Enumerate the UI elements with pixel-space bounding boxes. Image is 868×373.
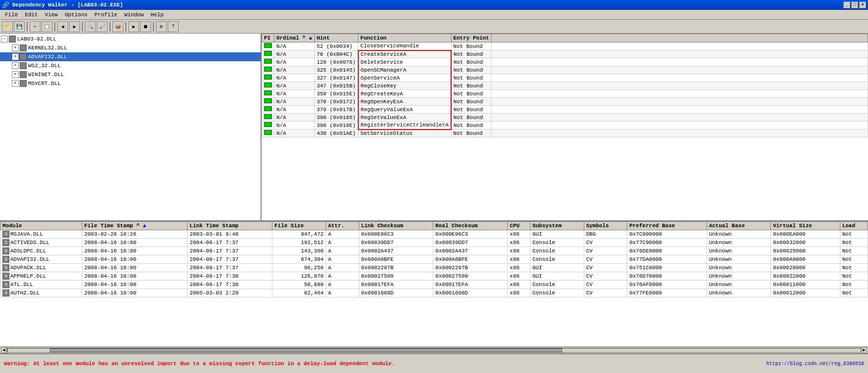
- module-col-8[interactable]: Subsystem: [530, 222, 584, 230]
- module-cell-2: 2004-08-17 7:37: [188, 255, 272, 264]
- module-col-9[interactable]: Symbols: [584, 222, 627, 230]
- scroll-right-btn[interactable]: ▶: [861, 347, 867, 353]
- module-row[interactable]: 3AUTHZ.DLL2008-04-16 10:002005-03-03 2:2…: [0, 289, 868, 297]
- import-row[interactable]: N/A347 (0x015B)RegCloseKeyNot Bound: [262, 82, 868, 90]
- tree-item-msvcrt[interactable]: + MSVCRT.DLL: [0, 79, 261, 88]
- import-ordinal: N/A: [274, 82, 315, 90]
- module-row[interactable]: 3ATL.DLL2008-04-16 10:002004-08-17 7:385…: [0, 281, 868, 289]
- import-panel: PI Ordinal ^ ▲ Hint Function Entry Point…: [262, 34, 868, 220]
- tree-expand-ws232[interactable]: +: [12, 62, 19, 69]
- module-cell-10: 0x77FE0000: [627, 289, 707, 297]
- import-col-function[interactable]: Function: [358, 34, 451, 42]
- module-name: ATL.DLL: [10, 282, 33, 288]
- import-row[interactable]: N/A76 (0x004C)CreateServiceANot Bound: [262, 50, 868, 58]
- toolbar-cut[interactable]: ✂: [30, 21, 40, 32]
- toolbar-save[interactable]: 💾: [14, 21, 25, 32]
- import-row[interactable]: N/A52 (0x0034)CloseServiceHandleNot Boun…: [262, 42, 868, 50]
- toolbar-search[interactable]: 🔍: [85, 21, 96, 32]
- import-extra: [491, 90, 868, 98]
- toolbar-fwd[interactable]: ▶: [69, 21, 80, 32]
- module-col-3[interactable]: File Size: [272, 222, 326, 230]
- menu-window[interactable]: Window: [121, 11, 147, 19]
- module-cell-10: 0x76D70000: [627, 272, 707, 281]
- import-row[interactable]: N/A379 (0x017B)RegQueryValueExANot Bound: [262, 106, 868, 114]
- tree-item-wininet[interactable]: + WININET.DLL: [0, 70, 261, 79]
- scrollbar-thumb[interactable]: [50, 348, 562, 352]
- tree-expand-wininet[interactable]: +: [12, 71, 19, 78]
- import-table-scroll[interactable]: PI Ordinal ^ ▲ Hint Function Entry Point…: [262, 34, 868, 220]
- toolbar-run[interactable]: ▶: [128, 21, 139, 32]
- module-row[interactable]: 3APPHELP.DLL2008-04-16 10:002004-08-17 7…: [0, 272, 868, 281]
- module-icon: 3: [2, 281, 9, 288]
- menu-profile[interactable]: Profile: [91, 11, 120, 19]
- module-col-5[interactable]: Link Checksum: [359, 222, 433, 230]
- module-row[interactable]: 3ACTIVEDS.DLL2008-04-16 10:002004-08-17 …: [0, 239, 868, 247]
- import-row[interactable]: N/A350 (0x015E)RegCreateKeyANot Bound: [262, 90, 868, 98]
- toolbar-find[interactable]: 🔎: [97, 21, 108, 32]
- toolbar-open[interactable]: 📂: [2, 21, 13, 32]
- menu-edit[interactable]: Edit: [22, 11, 40, 19]
- scroll-left-btn[interactable]: ◀: [1, 347, 7, 353]
- import-col-entrypoint[interactable]: Entry Point: [451, 34, 491, 42]
- menu-file[interactable]: File: [2, 11, 21, 19]
- toolbar-copy[interactable]: 📋: [41, 21, 52, 32]
- toolbar-help2[interactable]: ?: [168, 21, 179, 32]
- tree-item-ws232[interactable]: + WS2_32.DLL: [0, 61, 261, 70]
- menu-options[interactable]: Options: [62, 11, 90, 19]
- module-cell-7: x86: [508, 247, 530, 255]
- tree-expand-advapi32[interactable]: +: [12, 53, 19, 60]
- close-button[interactable]: ×: [859, 1, 866, 8]
- import-col-pi[interactable]: PI: [262, 34, 274, 42]
- tree-expand-root[interactable]: −: [1, 36, 8, 42]
- import-row[interactable]: N/A430 (0x01AE)SetServiceStatusNot Bound: [262, 129, 868, 137]
- module-cell-5: 0x00039DD7: [359, 239, 433, 247]
- import-col-hint[interactable]: Hint: [314, 34, 358, 42]
- tree-item-kernel32[interactable]: + KERNEL32.DLL: [0, 43, 261, 52]
- green-indicator: [264, 130, 272, 135]
- tree-item-root[interactable]: − LAB03-02.DLL: [0, 35, 261, 43]
- tree-item-advapi32[interactable]: + ADVAPI32.DLL: [0, 52, 261, 61]
- module-row[interactable]: 3ADSLDPC.DLL2008-04-16 10:002004-08-17 7…: [0, 247, 868, 255]
- import-row[interactable]: N/A327 (0x0147)OpenServiceANot Bound: [262, 74, 868, 82]
- toolbar-settings[interactable]: ⚙: [156, 21, 167, 32]
- url-bar: https://blog.csdn.net/reg_6380538: [766, 361, 864, 367]
- module-col-4[interactable]: Attr.: [326, 222, 359, 230]
- module-col-0[interactable]: Module: [0, 222, 82, 230]
- module-cell-1: 2008-04-16 10:00: [82, 239, 188, 247]
- module-name: APPHELP.DLL: [10, 273, 46, 279]
- import-row[interactable]: N/A120 (0x0078)DeleteServiceNot Bound: [262, 58, 868, 66]
- minimize-button[interactable]: _: [843, 1, 850, 8]
- toolbar-stop[interactable]: ⏹: [140, 21, 151, 32]
- toolbar-back[interactable]: ◀: [57, 21, 68, 32]
- module-row[interactable]: 3ADVAPI32.DLL2008-04-16 10:002004-08-17 …: [0, 255, 868, 264]
- module-col-10[interactable]: Preferred Base: [627, 222, 707, 230]
- tree-expand-msvcrt[interactable]: +: [12, 80, 19, 87]
- module-table-scroll[interactable]: ModuleFile Time Stamp ^ ▲Link Time Stamp…: [0, 221, 868, 346]
- scrollbar-track[interactable]: [7, 348, 861, 353]
- tree-expand-kernel32[interactable]: +: [12, 44, 19, 51]
- menu-view[interactable]: View: [42, 11, 61, 19]
- import-ordinal: N/A: [274, 114, 315, 122]
- import-row[interactable]: N/A390 (0x0186)RegSetValueExANot Bound: [262, 114, 868, 122]
- horizontal-scrollbar[interactable]: ◀ ▶: [0, 346, 868, 353]
- import-ordinal: N/A: [274, 74, 315, 82]
- menu-help[interactable]: Help: [148, 11, 166, 19]
- import-row[interactable]: N/A398 (0x018E)RegisterServiceCtrlHandle…: [262, 122, 868, 129]
- module-col-1[interactable]: File Time Stamp ^ ▲: [82, 222, 188, 230]
- module-col-6[interactable]: Real Checksum: [433, 222, 508, 230]
- module-col-2[interactable]: Link Time Stamp: [188, 222, 272, 230]
- maximize-button[interactable]: □: [851, 1, 858, 8]
- module-col-11[interactable]: Actual Base: [707, 222, 771, 230]
- toolbar: 📂 💾 ✂ 📋 ◀ ▶ 🔍 🔎 📦 ▶ ⏹ ⚙ ?: [0, 20, 868, 34]
- module-row[interactable]: 3ADVPACK.DLL2008-04-16 10:002004-08-17 7…: [0, 264, 868, 272]
- module-col-7[interactable]: CPU: [508, 222, 530, 230]
- toolbar-pkg[interactable]: 📦: [113, 21, 123, 32]
- module-cell-3: 126,976: [272, 272, 326, 281]
- module-col-13[interactable]: Load: [840, 222, 868, 230]
- import-row[interactable]: N/A370 (0x0172)RegOpenKeyExANot Bound: [262, 98, 868, 106]
- module-name: ADVAPI32.DLL: [10, 256, 49, 262]
- module-col-12[interactable]: Virtual Size: [771, 222, 840, 230]
- import-col-ordinal[interactable]: Ordinal ^ ▲: [274, 34, 315, 42]
- module-row[interactable]: 3MSJAVA.DLL2003-02-28 18:262003-03-01 9:…: [0, 230, 868, 239]
- import-row[interactable]: N/A325 (0x0145)OpenSCManagerANot Bound: [262, 66, 868, 74]
